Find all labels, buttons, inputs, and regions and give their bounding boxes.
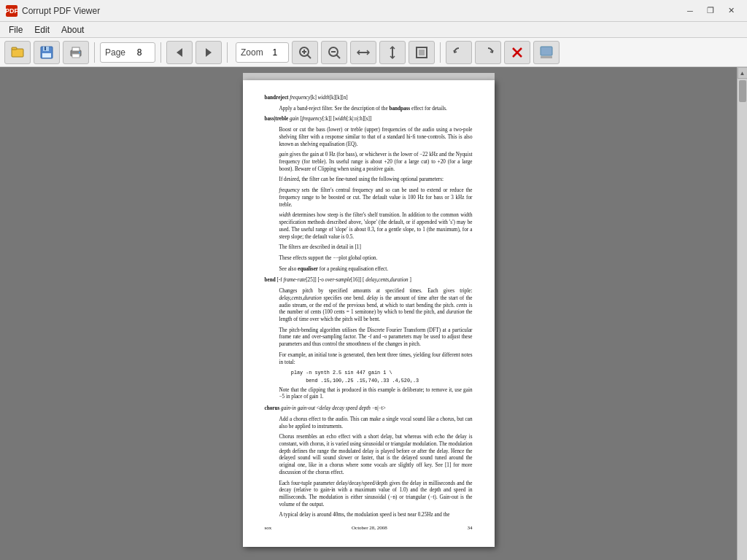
- close-button[interactable]: ✕: [721, 4, 741, 18]
- minimize-button[interactable]: ─: [680, 4, 700, 18]
- pdf-chorus-heading: chorus gain-in gain-out <delay decay spe…: [265, 405, 473, 413]
- pdf-line5: gain gives the gain at 0 Hz (for bass), …: [265, 152, 473, 173]
- svg-rect-1: [12, 49, 23, 57]
- scrollbar-right[interactable]: ▲: [737, 67, 747, 560]
- main-area: bandreject frequency[k] width[k][k][n] A…: [0, 67, 747, 560]
- open-button[interactable]: [4, 41, 31, 64]
- svg-rect-9: [72, 54, 80, 58]
- menu-about[interactable]: About: [55, 23, 90, 36]
- svg-rect-8: [72, 47, 80, 51]
- pdf-line9: The filters are described in detail in […: [265, 244, 473, 252]
- pdf-line4: Boost or cut the bass (lower) or treble …: [265, 127, 473, 148]
- svg-point-10: [79, 52, 80, 53]
- svg-marker-12: [206, 48, 212, 57]
- pdf-line2: Apply a band-reject filter. See the desc…: [265, 106, 473, 113]
- zoom-in-button[interactable]: [292, 41, 318, 64]
- next-page-button[interactable]: [196, 41, 222, 64]
- pdf-line11: See also equaliser for a peaking equalis…: [265, 266, 473, 273]
- pdf-bend-note: Note that the clipping that is produced …: [265, 387, 473, 401]
- footer-center: October 28, 2008: [352, 525, 387, 532]
- title-bar: PDF Corrupt PDF Viewer ─ ❐ ✕: [0, 0, 747, 22]
- rotate-right-button[interactable]: [475, 41, 501, 64]
- separator-1: [94, 42, 95, 63]
- page-input-group: Page 8: [100, 42, 155, 63]
- pdf-bend-para2: The pitch-bending algorithm utilises the…: [265, 327, 473, 349]
- close-doc-button[interactable]: [504, 41, 530, 64]
- pdf-chorus-para4: A typical delay is around 40ms, the modu…: [265, 512, 473, 519]
- pdf-area: bandreject frequency[k] width[k][k][n] A…: [0, 67, 737, 560]
- separator-2: [160, 42, 161, 63]
- pdf-footer: sox October 28, 2008 34: [265, 525, 473, 532]
- svg-line-18: [336, 55, 340, 58]
- svg-rect-6: [44, 47, 46, 50]
- fit-width-button[interactable]: [350, 41, 376, 64]
- print-button[interactable]: [63, 41, 89, 64]
- footer-left: sox: [265, 525, 272, 532]
- zoom-input[interactable]: 1: [266, 47, 284, 58]
- pdf-line8: width determines how steep is the filter…: [265, 212, 473, 241]
- pdf-bend-para3: For example, an initial tone is generate…: [265, 352, 473, 366]
- pdf-line7: frequency sets the filter's central freq…: [265, 187, 473, 209]
- zoom-out-button[interactable]: [321, 41, 347, 64]
- pdf-chorus-para2: Chorus resembles an echo effect with a s…: [265, 434, 473, 476]
- pdf-line3: bass|treble gain [frequency[:k]] [width[…: [265, 116, 473, 123]
- title-controls[interactable]: ─ ❐ ✕: [680, 4, 741, 18]
- toolbar: Page 8 Zoom 1: [0, 38, 747, 67]
- pdf-line1: bandreject frequency[k] width[k][k][n]: [265, 95, 473, 102]
- page-label: Page: [105, 47, 125, 58]
- svg-marker-11: [177, 48, 182, 57]
- page-input[interactable]: 8: [128, 47, 150, 58]
- app-icon: PDF: [6, 5, 18, 17]
- separator-3: [227, 42, 228, 63]
- svg-rect-26: [541, 47, 552, 55]
- prev-page-button[interactable]: [166, 41, 193, 64]
- restore-button[interactable]: ❐: [700, 4, 721, 18]
- page-header-strip: [243, 73, 495, 80]
- pdf-page: bandreject frequency[k] width[k][k][n] A…: [243, 80, 495, 547]
- save-button[interactable]: [34, 41, 60, 64]
- scroll-thumb[interactable]: [739, 80, 746, 102]
- fit-height-button[interactable]: [379, 41, 406, 64]
- svg-rect-23: [419, 50, 425, 55]
- pdf-line6: If desired, the filter can be fine-tuned…: [265, 176, 473, 184]
- pdf-bend-para1: Changes pitch by specified amounts at sp…: [265, 288, 473, 324]
- pdf-code1: play -n synth 2.5 sin 447 gain 1 \: [279, 370, 473, 376]
- pdf-chorus-para1: Add a chorus effect to the audio. This c…: [265, 416, 473, 430]
- extra-button[interactable]: [533, 41, 560, 64]
- svg-line-14: [307, 55, 311, 58]
- title-left: PDF Corrupt PDF Viewer: [6, 5, 100, 17]
- svg-rect-27: [541, 56, 552, 58]
- rotate-left-button[interactable]: [446, 41, 472, 64]
- menu-edit[interactable]: Edit: [28, 23, 55, 36]
- zoom-input-group: Zoom 1: [236, 42, 289, 63]
- svg-rect-2: [12, 47, 17, 50]
- menu-bar: File Edit About: [0, 22, 747, 38]
- title-text: Corrupt PDF Viewer: [22, 6, 100, 16]
- svg-rect-5: [42, 53, 51, 58]
- menu-file[interactable]: File: [3, 23, 28, 36]
- zoom-label: Zoom: [241, 47, 263, 58]
- separator-4: [440, 42, 441, 63]
- pdf-line10: These effects support the −−plot global …: [265, 255, 473, 262]
- scroll-up-arrow[interactable]: ▲: [738, 67, 748, 79]
- fit-page-button[interactable]: [409, 41, 435, 64]
- pdf-bend-heading: bend [-f frame-rate[25]] [-o over-sample…: [265, 277, 473, 284]
- pdf-code2: bend .15,100,.25 .15,740,.33 .4,520,.3: [279, 378, 473, 384]
- footer-right: 34: [468, 525, 473, 532]
- pdf-chorus-para3: Each four-tuple parameter delay/decay/sp…: [265, 481, 473, 509]
